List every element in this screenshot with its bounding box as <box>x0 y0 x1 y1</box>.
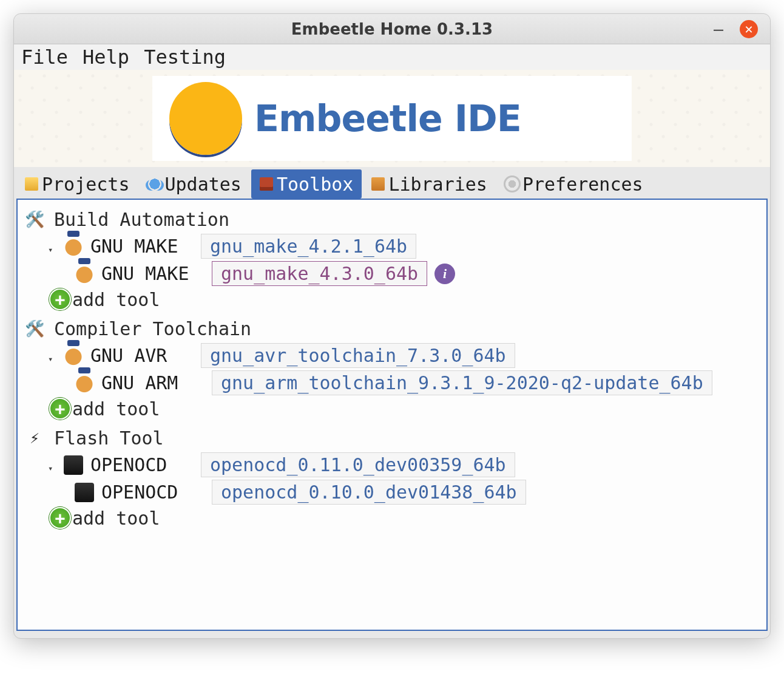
add-tool-button[interactable]: + <box>49 507 71 529</box>
add-tool-row: + add tool <box>22 506 757 530</box>
group-header[interactable]: ⚡ Flash Tool <box>22 424 757 451</box>
tree-arrow-icon[interactable] <box>48 454 56 475</box>
tab-label: Updates <box>165 174 242 195</box>
tool-row: OPENOCD openocd_0.11.0_dev00359_64b <box>22 451 757 478</box>
menubar: File Help Testing <box>14 44 770 70</box>
chip-icon <box>64 455 83 475</box>
tool-row: OPENOCD openocd_0.10.0_dev01438_64b <box>22 478 757 506</box>
close-icon: ✕ <box>744 23 753 36</box>
tool-name: OPENOCD <box>101 482 204 503</box>
flash-chip-icon: ⚡ <box>22 426 47 450</box>
plus-icon: + <box>55 290 66 310</box>
add-tool-label: add tool <box>72 289 160 310</box>
menu-file[interactable]: File <box>21 46 68 69</box>
tool-name: GNU ARM <box>101 372 204 393</box>
cloud-icon <box>148 177 161 191</box>
add-tool-label: add tool <box>72 398 160 420</box>
tab-label: Preferences <box>522 174 643 195</box>
group-title: Build Automation <box>54 209 229 230</box>
banner-area: Embeetle IDE <box>14 70 770 167</box>
window-minimize-button[interactable]: — <box>709 20 728 38</box>
group-header[interactable]: 🛠️ Compiler Toolchain <box>22 315 757 342</box>
group-flash: ⚡ Flash Tool OPENOCD openocd_0.11.0_dev0… <box>22 424 757 530</box>
tab-preferences[interactable]: Preferences <box>497 169 652 199</box>
add-tool-button[interactable]: + <box>49 288 71 310</box>
gnu-arm-icon <box>75 373 94 393</box>
toolbox-icon <box>260 177 273 191</box>
add-tool-button[interactable]: + <box>49 398 71 420</box>
tool-row: GNU MAKE gnu_make_4.2.1_64b <box>22 233 757 260</box>
tree-arrow-icon[interactable] <box>48 345 56 366</box>
group-title: Flash Tool <box>54 427 164 449</box>
tab-label: Projects <box>42 174 130 195</box>
add-tool-row: + add tool <box>22 397 757 421</box>
app-window: Embeetle Home 0.3.13 — ✕ File Help Testi… <box>13 13 771 639</box>
banner-card: Embeetle IDE <box>152 76 632 161</box>
tool-version-select[interactable]: gnu_make_4.2.1_64b <box>201 234 416 259</box>
group-title: Compiler Toolchain <box>54 318 251 339</box>
tool-name: OPENOCD <box>90 454 194 475</box>
plus-icon: + <box>55 508 66 528</box>
hammer-info-icon: 🛠️ <box>22 207 47 231</box>
folder-icon <box>25 177 38 191</box>
group-header[interactable]: 🛠️ Build Automation <box>22 206 757 233</box>
tree-arrow-icon[interactable] <box>48 236 56 257</box>
tool-version-select[interactable]: gnu_avr_toolchain_7.3.0_64b <box>201 343 515 368</box>
tab-strip: Projects Updates Toolbox Libraries Prefe… <box>14 169 770 199</box>
tool-name: GNU MAKE <box>90 236 194 257</box>
add-tool-row: + add tool <box>22 287 757 311</box>
tool-version-select[interactable]: gnu_arm_toolchain_9.3.1_9-2020-q2-update… <box>212 370 712 395</box>
book-icon <box>371 177 385 191</box>
embeetle-logo-icon <box>169 82 242 155</box>
tool-version-select[interactable]: gnu_make_4.3.0_64b <box>212 261 427 286</box>
titlebar: Embeetle Home 0.3.13 — ✕ <box>14 14 770 44</box>
gnu-avr-icon <box>64 346 83 366</box>
tab-projects[interactable]: Projects <box>16 169 138 199</box>
window-title: Embeetle Home 0.3.13 <box>291 20 493 38</box>
gnu-arm-icon <box>64 237 83 256</box>
tab-label: Libraries <box>388 174 487 195</box>
menu-help[interactable]: Help <box>83 46 129 69</box>
brand-title: Embeetle IDE <box>254 97 521 140</box>
hammer-link-icon: 🛠️ <box>22 316 47 341</box>
window-close-button[interactable]: ✕ <box>740 20 758 38</box>
gnu-arm-icon <box>75 264 94 284</box>
tab-label: Toolbox <box>277 174 353 195</box>
group-build: 🛠️ Build Automation GNU MAKE gnu_make_4.… <box>22 206 757 311</box>
toolbox-panel: 🛠️ Build Automation GNU MAKE gnu_make_4.… <box>16 199 768 631</box>
info-icon[interactable]: i <box>434 264 455 284</box>
tool-row: GNU ARM gnu_arm_toolchain_9.3.1_9-2020-q… <box>22 369 757 397</box>
tool-version-select[interactable]: openocd_0.11.0_dev00359_64b <box>201 452 515 477</box>
tool-version-select[interactable]: openocd_0.10.0_dev01438_64b <box>212 480 526 505</box>
plus-icon: + <box>55 399 66 419</box>
tab-toolbox[interactable]: Toolbox <box>251 169 362 199</box>
gear-icon <box>505 177 519 191</box>
menu-testing[interactable]: Testing <box>144 46 226 69</box>
tab-libraries[interactable]: Libraries <box>363 169 496 199</box>
chip-icon <box>75 483 94 502</box>
add-tool-label: add tool <box>72 508 160 529</box>
group-compiler: 🛠️ Compiler Toolchain GNU AVR gnu_avr_to… <box>22 315 757 421</box>
tool-row: GNU AVR gnu_avr_toolchain_7.3.0_64b <box>22 342 757 369</box>
minimize-icon: — <box>713 23 724 36</box>
tool-name: GNU MAKE <box>101 263 204 284</box>
tool-name: GNU AVR <box>90 345 194 366</box>
tab-updates[interactable]: Updates <box>140 169 250 199</box>
tool-row: GNU MAKE gnu_make_4.3.0_64b i <box>22 260 757 287</box>
